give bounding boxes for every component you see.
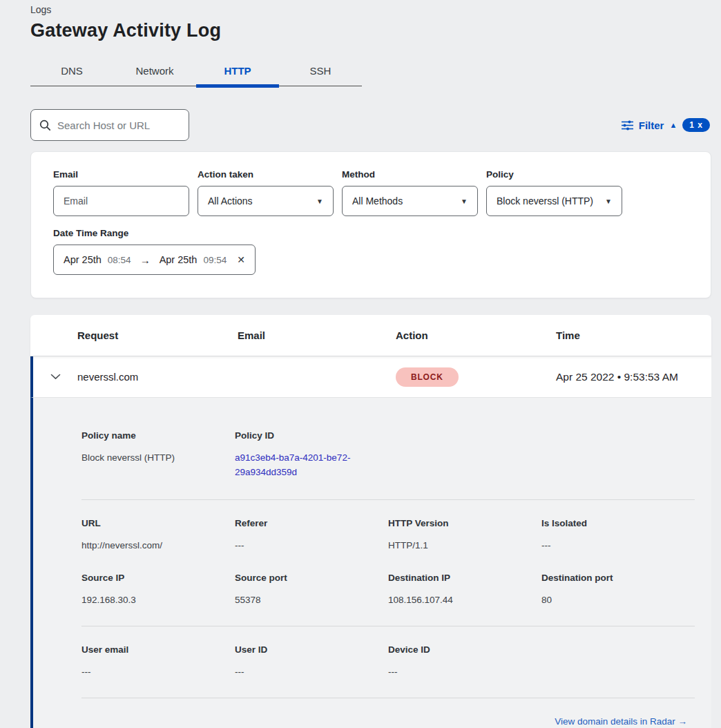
policy-section: Policy name Block neverssl (HTTP) Policy… — [81, 430, 695, 480]
chevron-down-icon: ▼ — [605, 198, 612, 205]
network-info-section: Source IP 192.168.30.3 Source port 55378… — [81, 573, 695, 608]
search-icon — [39, 119, 51, 131]
user-id-label: User ID — [235, 644, 388, 655]
policy-name-value: Block neverssl (HTTP) — [81, 451, 235, 466]
policy-select[interactable]: Block neverssl (HTTP) ▼ — [486, 186, 622, 216]
action-cell: BLOCK — [396, 367, 556, 387]
date-time-range-picker[interactable]: Apr 25th 08:54 → Apr 25th 09:54 ✕ — [53, 245, 256, 275]
toolbar: Filter ▲ 1 x — [30, 109, 711, 141]
table-header-row: Request Email Action Time — [30, 315, 711, 356]
range-end-time[interactable]: 09:54 — [203, 255, 227, 265]
url-value: http://neverssl.com/ — [81, 539, 235, 553]
block-action-badge: BLOCK — [396, 367, 459, 387]
user-id-value: --- — [235, 665, 388, 680]
email-filter-input[interactable] — [64, 195, 179, 207]
filter-field-action-taken: Action taken All Actions ▼ — [198, 169, 334, 216]
policy-id-link[interactable]: a91c3eb4-ba7a-4201-be72-29a934dd359d — [235, 451, 370, 480]
breadcrumb[interactable]: Logs — [30, 3, 711, 15]
is-isolated-label: Is Isolated — [541, 518, 695, 528]
filter-field-method: Method All Methods ▼ — [342, 169, 478, 216]
policy-name-label: Policy name — [81, 430, 235, 441]
url-label: URL — [81, 518, 235, 528]
section-divider — [81, 499, 695, 500]
filter-field-date-time-range: Date Time Range Apr 25th 08:54 → Apr 25t… — [53, 228, 256, 275]
policy-filter-label: Policy — [486, 169, 622, 180]
column-header-action: Action — [396, 329, 556, 341]
search-input[interactable] — [57, 119, 180, 131]
referer-label: Referer — [235, 518, 388, 528]
policy-selected-value: Block neverssl (HTTP) — [497, 195, 593, 207]
source-port-label: Source port — [235, 573, 388, 583]
device-id-value: --- — [388, 665, 541, 680]
filter-toggle[interactable]: Filter ▲ 1 x — [622, 118, 710, 132]
table-row[interactable]: neverssl.com BLOCK Apr 25 2022 • 9:53:53… — [30, 356, 711, 398]
range-end-date[interactable]: Apr 25th — [160, 254, 198, 265]
chevron-down-icon: ▼ — [316, 198, 323, 205]
column-header-time: Time — [556, 329, 711, 341]
filter-field-email: Email — [53, 169, 189, 216]
method-selected-value: All Methods — [352, 195, 403, 207]
action-taken-selected-value: All Actions — [208, 195, 253, 207]
column-header-request: Request — [77, 329, 238, 341]
is-isolated-value: --- — [541, 539, 695, 553]
section-divider — [81, 698, 695, 698]
tab-network[interactable]: Network — [113, 58, 196, 86]
action-taken-select[interactable]: All Actions ▼ — [198, 186, 334, 216]
filter-button-label[interactable]: Filter — [639, 119, 664, 131]
request-info-section: URL http://neverssl.com/ Referer --- HTT… — [81, 518, 695, 553]
filter-count-badge[interactable]: 1 x — [682, 118, 710, 132]
caret-up-icon: ▲ — [669, 121, 677, 129]
user-info-section: User email --- User ID --- Device ID --- — [81, 644, 695, 680]
range-start-time[interactable]: 08:54 — [108, 255, 131, 265]
view-in-radar-link[interactable]: View domain details in Radar → — [555, 716, 687, 727]
date-time-range-label: Date Time Range — [53, 228, 256, 238]
destination-ip-value: 108.156.107.44 — [388, 593, 541, 608]
tab-http[interactable]: HTTP — [196, 58, 279, 86]
page-title: Gateway Activity Log — [30, 20, 711, 41]
http-version-value: HTTP/1.1 — [388, 539, 541, 553]
range-start-date[interactable]: Apr 25th — [64, 254, 102, 265]
source-ip-label: Source IP — [81, 573, 235, 583]
activity-log-table: Request Email Action Time neverssl.com B… — [30, 315, 711, 728]
device-id-label: Device ID — [388, 644, 541, 655]
destination-port-value: 80 — [541, 593, 695, 608]
destination-port-label: Destination port — [541, 573, 695, 583]
user-email-value: --- — [81, 665, 235, 680]
action-taken-filter-label: Action taken — [198, 169, 334, 180]
filter-field-policy: Policy Block neverssl (HTTP) ▼ — [486, 169, 622, 216]
tab-dns[interactable]: DNS — [30, 58, 113, 86]
radar-link-row: View domain details in Radar → — [81, 716, 695, 727]
arrow-right-icon: → — [137, 254, 153, 266]
collapse-row-chevron-icon[interactable] — [33, 374, 77, 380]
clear-date-range-icon[interactable]: ✕ — [237, 254, 245, 265]
policy-id-label: Policy ID — [235, 430, 695, 441]
user-email-label: User email — [81, 644, 235, 655]
referer-value: --- — [235, 539, 388, 553]
column-header-email: Email — [238, 329, 396, 341]
time-cell: Apr 25 2022 • 9:53:53 AM — [556, 371, 711, 383]
filter-sliders-icon — [622, 120, 633, 131]
http-version-label: HTTP Version — [388, 518, 541, 528]
log-type-tabs: DNS Network HTTP SSH — [30, 58, 362, 86]
destination-ip-label: Destination IP — [388, 573, 541, 583]
request-cell: neverssl.com — [77, 371, 238, 383]
tab-ssh[interactable]: SSH — [279, 58, 362, 86]
filter-panel: Email Action taken All Actions ▼ Method … — [30, 151, 711, 298]
method-filter-label: Method — [342, 169, 478, 180]
source-ip-value: 192.168.30.3 — [81, 593, 235, 608]
source-port-value: 55378 — [235, 593, 388, 608]
email-filter-label: Email — [53, 169, 189, 180]
search-box[interactable] — [30, 109, 189, 141]
chevron-down-icon: ▼ — [461, 198, 468, 205]
gateway-activity-log-page: Logs Gateway Activity Log DNS Network HT… — [0, 0, 721, 728]
method-select[interactable]: All Methods ▼ — [342, 186, 478, 216]
section-divider — [81, 626, 695, 626]
expanded-row-details: Policy name Block neverssl (HTTP) Policy… — [30, 398, 711, 728]
